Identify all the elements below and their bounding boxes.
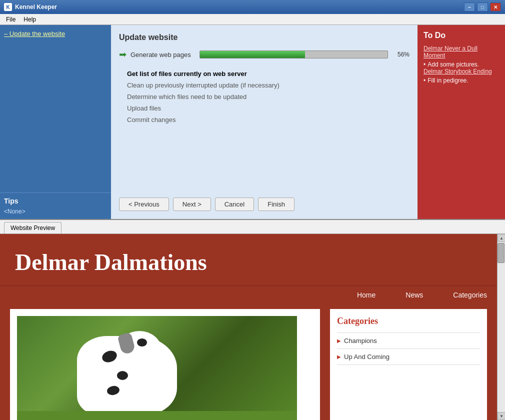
menu-bar: File Help (0, 14, 505, 25)
menu-file[interactable]: File (2, 15, 20, 24)
preview-tab-bar: Website Preview (0, 220, 505, 234)
sidebar-nav: – Update the website (0, 25, 111, 192)
grass-overlay (17, 411, 297, 420)
todo-link-2[interactable]: Delmar Storybook Ending (424, 68, 499, 75)
sidebar: – Update the website Tips <None> (0, 25, 111, 219)
sidebar-tips: Tips <None> (0, 192, 111, 219)
dog-spot-head (137, 338, 147, 346)
step-item: Determine which files need to be updated (127, 91, 410, 102)
scroll-up-button[interactable]: ▲ (498, 234, 505, 242)
categories-title: Categories (337, 316, 480, 326)
progress-percentage: 56% (392, 51, 410, 58)
finish-button[interactable]: Finish (258, 198, 294, 211)
wizard-title: Update website (119, 33, 410, 42)
preview-wrapper: Delmar Dalmations Home News Categories (0, 234, 505, 420)
maximize-button[interactable]: □ (477, 2, 488, 12)
next-button[interactable]: Next > (173, 198, 211, 211)
preview-area[interactable]: Delmar Dalmations Home News Categories (0, 234, 497, 420)
progress-label: Generate web pages (130, 51, 196, 58)
minimize-button[interactable]: – (464, 2, 475, 12)
dog-ear (117, 332, 136, 355)
dog-spot (106, 385, 120, 396)
preview-tab[interactable]: Website Preview (4, 222, 62, 234)
cancel-button[interactable]: Cancel (215, 198, 254, 211)
step-item: Commit changes (127, 114, 410, 126)
category-label: Up And Coming (344, 353, 390, 360)
todo-item-1: • Add some pictures. (424, 61, 499, 68)
preview-scroll-container: Delmar Dalmations Home News Categories (0, 234, 497, 420)
site-nav: Home News Categories (0, 286, 497, 304)
title-bar: K Kennel Keeper – □ ✕ (0, 0, 505, 14)
main-image-box (10, 309, 320, 420)
nav-home[interactable]: Home (357, 291, 376, 299)
previous-button[interactable]: < Previous (119, 198, 169, 211)
update-website-link[interactable]: – Update the website (4, 29, 107, 38)
wizard-panel: Update website ➡ Generate web pages 56% … (111, 25, 418, 219)
category-label: Champions (344, 337, 377, 344)
todo-panel: To Do Delmar Never a Dull Moment • Add s… (418, 25, 505, 219)
close-button[interactable]: ✕ (490, 2, 501, 12)
window-controls: – □ ✕ (464, 2, 501, 12)
todo-heading: To Do (424, 31, 499, 40)
sidebar-widget: Categories ▶ Champions ▶ Up And Coming (330, 309, 487, 420)
nav-categories[interactable]: Categories (453, 291, 487, 299)
nav-news[interactable]: News (406, 291, 423, 299)
tips-heading: Tips (4, 197, 107, 205)
dog-spot (117, 371, 128, 380)
site-content: Categories ▶ Champions ▶ Up And Coming (0, 304, 497, 420)
step-item: Get list of files currently on web serve… (127, 68, 410, 80)
progress-bar (200, 50, 388, 58)
dog-spot (100, 349, 118, 364)
step-item: Upload files (127, 102, 410, 114)
progress-bar-fill (200, 51, 305, 58)
menu-help[interactable]: Help (20, 15, 40, 24)
dog-head (117, 331, 162, 371)
site-title: Delmar Dalmations (15, 249, 482, 276)
todo-link-1[interactable]: Delmar Never a Dull Moment (424, 45, 499, 59)
category-item-empty (337, 364, 480, 394)
category-item-up-and-coming[interactable]: ▶ Up And Coming (337, 348, 480, 364)
todo-text-1: Add some pictures. (428, 61, 479, 68)
site-header: Delmar Dalmations (0, 234, 497, 286)
wizard-buttons: < Previous Next > Cancel Finish (119, 190, 410, 211)
dog-image (17, 316, 297, 420)
todo-item-2: • Fill in pedigree. (424, 77, 499, 84)
step-item: Clean up previously interrupted update (… (127, 80, 410, 91)
progress-row: ➡ Generate web pages 56% (119, 49, 410, 60)
window-title: Kennel Keeper (15, 4, 464, 10)
category-arrow-icon: ▶ (337, 338, 341, 344)
tips-content: <None> (4, 208, 107, 215)
app-icon: K (4, 3, 12, 11)
main-area: – Update the website Tips <None> Update … (0, 25, 505, 220)
progress-arrow-icon: ➡ (119, 49, 126, 60)
scroll-thumb[interactable] (498, 243, 504, 263)
scroll-track (498, 242, 505, 412)
category-arrow-icon: ▶ (337, 354, 341, 360)
scrollbar: ▲ ▼ (497, 234, 505, 420)
category-item-champions[interactable]: ▶ Champions (337, 332, 480, 348)
scroll-down-button[interactable]: ▼ (498, 412, 505, 420)
todo-text-2: Fill in pedigree. (428, 77, 468, 84)
step-list: Get list of files currently on web serve… (119, 68, 410, 126)
